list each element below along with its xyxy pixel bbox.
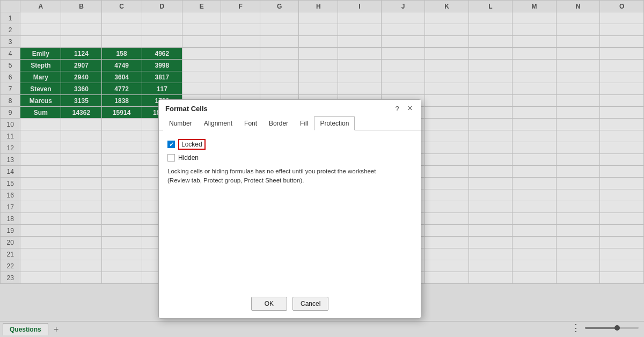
modal-overlay: Format Cells ? × Number Alignment Font B…: [0, 0, 644, 337]
dialog-controls: ? ×: [393, 104, 414, 113]
ok-button[interactable]: OK: [251, 297, 287, 311]
dialog-help-button[interactable]: ?: [393, 104, 401, 113]
hidden-label: Hidden: [178, 154, 199, 162]
format-cells-dialog: Format Cells ? × Number Alignment Font B…: [158, 99, 421, 319]
locked-checkbox[interactable]: [167, 141, 175, 148]
tab-alignment[interactable]: Alignment: [198, 116, 238, 130]
cancel-button[interactable]: Cancel: [292, 297, 328, 311]
dialog-content: Locked Hidden Locking cells or hiding fo…: [159, 130, 421, 291]
dialog-titlebar: Format Cells ? ×: [159, 100, 421, 115]
dialog-footer: OK Cancel: [159, 291, 421, 318]
tab-protection[interactable]: Protection: [314, 116, 355, 130]
dialog-close-button[interactable]: ×: [406, 104, 414, 113]
dialog-tabs: Number Alignment Font Border Fill Protec…: [159, 116, 421, 130]
protection-info-text: Locking cells or hiding formulas has no …: [167, 167, 382, 186]
hidden-checkbox[interactable]: [167, 154, 175, 162]
tab-border[interactable]: Border: [263, 116, 294, 130]
tab-fill[interactable]: Fill: [294, 116, 314, 130]
locked-label: Locked: [178, 139, 206, 150]
tab-font[interactable]: Font: [238, 116, 263, 130]
tab-number[interactable]: Number: [163, 116, 198, 130]
hidden-checkbox-row: Hidden: [167, 154, 412, 162]
dialog-title: Format Cells: [165, 105, 208, 113]
locked-checkbox-row: Locked: [167, 139, 412, 150]
